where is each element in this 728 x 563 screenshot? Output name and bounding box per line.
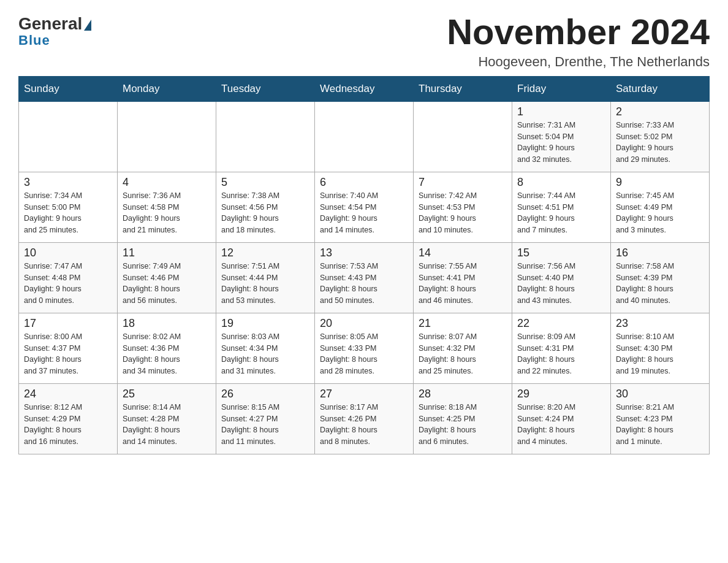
day-number: 3: [24, 176, 112, 189]
col-header-thursday: Thursday: [414, 76, 512, 101]
calendar-cell: 25Sunrise: 8:14 AM Sunset: 4:28 PM Dayli…: [118, 383, 216, 454]
calendar-cell: 2Sunrise: 7:33 AM Sunset: 5:02 PM Daylig…: [611, 101, 710, 172]
calendar-cell: 9Sunrise: 7:45 AM Sunset: 4:49 PM Daylig…: [611, 172, 710, 242]
calendar-cell: 23Sunrise: 8:10 AM Sunset: 4:30 PM Dayli…: [611, 313, 710, 383]
day-number: 1: [517, 105, 605, 118]
day-number: 19: [221, 317, 309, 330]
calendar-cell: 30Sunrise: 8:21 AM Sunset: 4:23 PM Dayli…: [611, 383, 710, 454]
calendar-cell: 10Sunrise: 7:47 AM Sunset: 4:48 PM Dayli…: [19, 242, 118, 313]
day-info: Sunrise: 7:49 AM Sunset: 4:46 PM Dayligh…: [123, 261, 211, 307]
calendar-cell: 4Sunrise: 7:36 AM Sunset: 4:58 PM Daylig…: [118, 172, 216, 242]
day-number: 14: [419, 247, 507, 259]
day-info: Sunrise: 7:56 AM Sunset: 4:40 PM Dayligh…: [517, 261, 605, 307]
page-header: General Blue November 2024 Hoogeveen, Dr…: [18, 12, 710, 70]
day-info: Sunrise: 7:58 AM Sunset: 4:39 PM Dayligh…: [616, 261, 704, 307]
day-number: 30: [616, 388, 704, 400]
calendar-cell: 26Sunrise: 8:15 AM Sunset: 4:27 PM Dayli…: [216, 383, 315, 454]
calendar-cell: 21Sunrise: 8:07 AM Sunset: 4:32 PM Dayli…: [414, 313, 512, 383]
day-info: Sunrise: 8:03 AM Sunset: 4:34 PM Dayligh…: [221, 331, 309, 377]
day-number: 9: [616, 176, 704, 189]
calendar-cell: 7Sunrise: 7:42 AM Sunset: 4:53 PM Daylig…: [414, 172, 512, 242]
calendar-week-row: 3Sunrise: 7:34 AM Sunset: 5:00 PM Daylig…: [19, 172, 710, 242]
location-title: Hoogeveen, Drenthe, The Netherlands: [447, 54, 710, 70]
day-number: 27: [320, 388, 408, 400]
day-number: 12: [221, 247, 309, 259]
calendar-cell: 27Sunrise: 8:17 AM Sunset: 4:26 PM Dayli…: [315, 383, 414, 454]
calendar-cell: 6Sunrise: 7:40 AM Sunset: 4:54 PM Daylig…: [315, 172, 414, 242]
col-header-saturday: Saturday: [611, 76, 710, 101]
day-info: Sunrise: 7:34 AM Sunset: 5:00 PM Dayligh…: [24, 190, 112, 236]
day-info: Sunrise: 7:51 AM Sunset: 4:44 PM Dayligh…: [221, 261, 309, 307]
day-number: 16: [616, 247, 704, 259]
calendar-cell: [216, 101, 315, 172]
day-info: Sunrise: 7:45 AM Sunset: 4:49 PM Dayligh…: [616, 190, 704, 236]
day-info: Sunrise: 8:00 AM Sunset: 4:37 PM Dayligh…: [24, 331, 112, 377]
day-info: Sunrise: 8:15 AM Sunset: 4:27 PM Dayligh…: [221, 402, 309, 448]
title-block: November 2024 Hoogeveen, Drenthe, The Ne…: [447, 12, 710, 70]
day-number: 7: [419, 176, 507, 189]
calendar-week-row: 17Sunrise: 8:00 AM Sunset: 4:37 PM Dayli…: [19, 313, 710, 383]
day-number: 22: [517, 317, 605, 330]
calendar-cell: 28Sunrise: 8:18 AM Sunset: 4:25 PM Dayli…: [414, 383, 512, 454]
day-info: Sunrise: 8:02 AM Sunset: 4:36 PM Dayligh…: [123, 331, 211, 377]
month-title: November 2024: [447, 12, 710, 52]
day-number: 18: [123, 317, 211, 330]
day-number: 2: [616, 105, 704, 118]
calendar-cell: 15Sunrise: 7:56 AM Sunset: 4:40 PM Dayli…: [512, 242, 611, 313]
calendar-cell: 16Sunrise: 7:58 AM Sunset: 4:39 PM Dayli…: [611, 242, 710, 313]
col-header-tuesday: Tuesday: [216, 76, 315, 101]
logo: General Blue: [18, 12, 91, 48]
day-info: Sunrise: 7:55 AM Sunset: 4:41 PM Dayligh…: [419, 261, 507, 307]
calendar-cell: 24Sunrise: 8:12 AM Sunset: 4:29 PM Dayli…: [19, 383, 118, 454]
calendar-cell: 18Sunrise: 8:02 AM Sunset: 4:36 PM Dayli…: [118, 313, 216, 383]
day-info: Sunrise: 8:21 AM Sunset: 4:23 PM Dayligh…: [616, 402, 704, 448]
day-number: 11: [123, 247, 211, 259]
day-number: 4: [123, 176, 211, 189]
calendar-week-row: 24Sunrise: 8:12 AM Sunset: 4:29 PM Dayli…: [19, 383, 710, 454]
calendar-week-row: 1Sunrise: 7:31 AM Sunset: 5:04 PM Daylig…: [19, 101, 710, 172]
calendar-week-row: 10Sunrise: 7:47 AM Sunset: 4:48 PM Dayli…: [19, 242, 710, 313]
day-number: 25: [123, 388, 211, 400]
col-header-sunday: Sunday: [19, 76, 118, 101]
day-info: Sunrise: 8:05 AM Sunset: 4:33 PM Dayligh…: [320, 331, 408, 377]
calendar-cell: [315, 101, 414, 172]
logo-blue-text: Blue: [18, 33, 50, 48]
day-number: 13: [320, 247, 408, 259]
calendar-cell: 3Sunrise: 7:34 AM Sunset: 5:00 PM Daylig…: [19, 172, 118, 242]
day-number: 8: [517, 176, 605, 189]
calendar-cell: 12Sunrise: 7:51 AM Sunset: 4:44 PM Dayli…: [216, 242, 315, 313]
calendar-cell: 19Sunrise: 8:03 AM Sunset: 4:34 PM Dayli…: [216, 313, 315, 383]
day-info: Sunrise: 8:14 AM Sunset: 4:28 PM Dayligh…: [123, 402, 211, 448]
calendar-cell: 11Sunrise: 7:49 AM Sunset: 4:46 PM Dayli…: [118, 242, 216, 313]
calendar-cell: 17Sunrise: 8:00 AM Sunset: 4:37 PM Dayli…: [19, 313, 118, 383]
day-info: Sunrise: 7:47 AM Sunset: 4:48 PM Dayligh…: [24, 261, 112, 307]
day-info: Sunrise: 7:36 AM Sunset: 4:58 PM Dayligh…: [123, 190, 211, 236]
day-info: Sunrise: 8:17 AM Sunset: 4:26 PM Dayligh…: [320, 402, 408, 448]
calendar-cell: 14Sunrise: 7:55 AM Sunset: 4:41 PM Dayli…: [414, 242, 512, 313]
calendar-cell: 29Sunrise: 8:20 AM Sunset: 4:24 PM Dayli…: [512, 383, 611, 454]
day-info: Sunrise: 8:12 AM Sunset: 4:29 PM Dayligh…: [24, 402, 112, 448]
calendar-cell: [414, 101, 512, 172]
logo-general-text: General: [18, 15, 91, 33]
day-number: 24: [24, 388, 112, 400]
day-info: Sunrise: 7:53 AM Sunset: 4:43 PM Dayligh…: [320, 261, 408, 307]
day-number: 15: [517, 247, 605, 259]
day-info: Sunrise: 8:18 AM Sunset: 4:25 PM Dayligh…: [419, 402, 507, 448]
calendar-cell: 8Sunrise: 7:44 AM Sunset: 4:51 PM Daylig…: [512, 172, 611, 242]
day-info: Sunrise: 7:31 AM Sunset: 5:04 PM Dayligh…: [517, 120, 605, 166]
day-number: 21: [419, 317, 507, 330]
calendar-header-row: SundayMondayTuesdayWednesdayThursdayFrid…: [19, 76, 710, 101]
calendar-cell: 13Sunrise: 7:53 AM Sunset: 4:43 PM Dayli…: [315, 242, 414, 313]
calendar-cell: 5Sunrise: 7:38 AM Sunset: 4:56 PM Daylig…: [216, 172, 315, 242]
day-info: Sunrise: 7:33 AM Sunset: 5:02 PM Dayligh…: [616, 120, 704, 166]
day-info: Sunrise: 7:38 AM Sunset: 4:56 PM Dayligh…: [221, 190, 309, 236]
calendar-cell: 22Sunrise: 8:09 AM Sunset: 4:31 PM Dayli…: [512, 313, 611, 383]
day-info: Sunrise: 7:44 AM Sunset: 4:51 PM Dayligh…: [517, 190, 605, 236]
day-number: 6: [320, 176, 408, 189]
col-header-wednesday: Wednesday: [315, 76, 414, 101]
col-header-friday: Friday: [512, 76, 611, 101]
day-number: 26: [221, 388, 309, 400]
day-number: 10: [24, 247, 112, 259]
day-number: 29: [517, 388, 605, 400]
day-info: Sunrise: 7:40 AM Sunset: 4:54 PM Dayligh…: [320, 190, 408, 236]
